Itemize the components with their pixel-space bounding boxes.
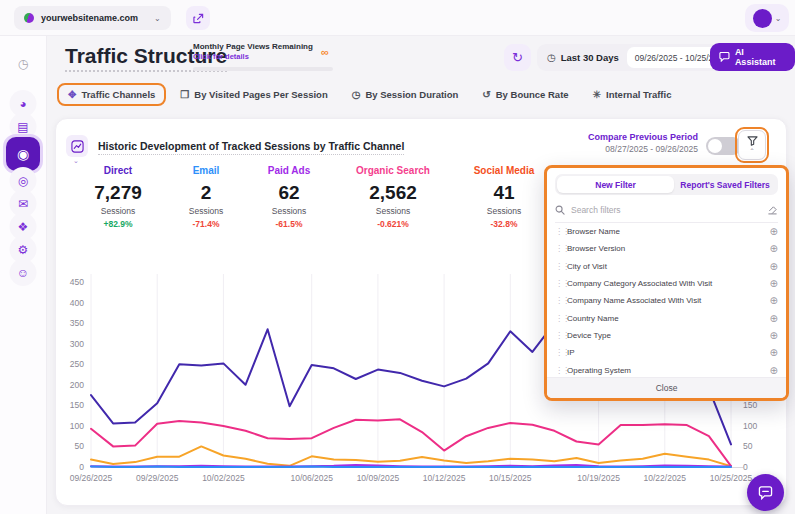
svg-text:0: 0 — [743, 462, 748, 472]
sidebar-item-history[interactable]: ◷ — [10, 50, 37, 77]
refresh-button[interactable]: ↻ — [504, 44, 531, 71]
tab-visited-pages-per-session[interactable]: ❐ By Visited Pages Per Session — [180, 89, 327, 100]
message-icon: ✉ — [18, 197, 28, 211]
svg-text:450: 450 — [70, 277, 84, 287]
drag-handle-icon[interactable]: ⋮⋮ — [555, 348, 567, 357]
svg-text:10/22/2025: 10/22/2025 — [644, 473, 687, 483]
add-filter-icon[interactable]: ⊕ — [770, 330, 778, 341]
drag-handle-icon[interactable]: ⋮⋮ — [555, 279, 567, 288]
target-icon: ◎ — [18, 174, 28, 188]
report-tabbar: ✥ Traffic Channels ❐ By Visited Pages Pe… — [47, 79, 795, 109]
statistics-icon: ◕ — [19, 97, 26, 111]
avatar — [753, 9, 772, 28]
svg-text:50: 50 — [75, 441, 85, 451]
ai-assistant-label: AI Assistant — [735, 47, 786, 67]
sidebar-item-traffic-structure[interactable]: ◉ — [6, 137, 40, 171]
ai-assistant-button[interactable]: AI Assistant — [710, 43, 795, 71]
sidebar-item-account[interactable]: ☺ — [10, 259, 37, 286]
add-filter-icon[interactable]: ⊕ — [770, 278, 778, 289]
svg-text:10/06/2025: 10/06/2025 — [290, 473, 333, 483]
add-filter-icon[interactable]: ⊕ — [770, 295, 778, 306]
site-favicon-icon — [24, 13, 34, 23]
filter-item-browser-version[interactable]: ⋮⋮Browser Version⊕ — [555, 240, 778, 257]
tab-saved-filters[interactable]: Report's Saved Filters — [674, 176, 776, 193]
tab-label: Traffic Channels — [81, 89, 155, 100]
move-cross-icon: ✥ — [68, 89, 76, 100]
add-filter-icon[interactable]: ⊕ — [770, 226, 778, 237]
tab-bounce-rate[interactable]: ↺ By Bounce Rate — [482, 89, 568, 100]
shield-icon: ❖ — [18, 220, 29, 234]
pages-icon: ▤ — [17, 120, 28, 134]
svg-text:150: 150 — [70, 400, 84, 410]
add-filter-icon[interactable]: ⊕ — [770, 313, 778, 324]
sidebar: ◷ ◕ ▤ ◉ ◎ ✉ ❖ ⚙ ☺ — [0, 36, 47, 514]
drag-handle-icon[interactable]: ⋮⋮ — [555, 296, 567, 305]
tab-label: By Session Duration — [365, 89, 458, 100]
tab-new-filter[interactable]: New Filter — [557, 176, 674, 193]
tab-label: By Visited Pages Per Session — [194, 89, 327, 100]
drag-handle-icon[interactable]: ⋮⋮ — [555, 366, 567, 375]
drag-handle-icon[interactable]: ⋮⋮ — [555, 262, 567, 271]
date-range-label: Last 30 Days — [561, 52, 619, 63]
svg-text:10/25/2025: 10/25/2025 — [710, 473, 753, 483]
filter-item-label: City of Visit — [567, 262, 770, 271]
add-filter-icon[interactable]: ⊕ — [770, 261, 778, 272]
svg-text:09/26/2025: 09/26/2025 — [70, 473, 113, 483]
eraser-icon[interactable] — [767, 205, 778, 215]
website-selector[interactable]: yourwebsitename.com ⌄ — [14, 6, 171, 30]
add-filter-icon[interactable]: ⊕ — [770, 347, 778, 358]
account-menu[interactable]: ⌄ — [745, 4, 789, 32]
filter-item-label: Company Name Associated With Visit — [567, 296, 770, 305]
filter-item-label: Browser Name — [567, 227, 770, 236]
quota-widget: Monthly Page Views Remaining Click for d… — [193, 42, 335, 71]
filter-item-browser-name[interactable]: ⋮⋮Browser Name⊕ — [555, 223, 778, 240]
search-icon — [555, 205, 565, 215]
tab-traffic-channels[interactable]: ✥ Traffic Channels — [57, 83, 166, 106]
svg-text:250: 250 — [70, 359, 84, 369]
tab-label: By Bounce Rate — [496, 89, 569, 100]
filter-item-label: Operating System — [567, 366, 770, 375]
drag-handle-icon[interactable]: ⋮⋮ — [555, 244, 567, 253]
svg-text:0: 0 — [79, 462, 84, 472]
svg-text:50: 50 — [743, 441, 753, 451]
filter-search-row — [555, 198, 778, 223]
close-filter-panel-button[interactable]: Close — [547, 377, 786, 398]
external-link-icon — [193, 13, 204, 24]
svg-text:400: 400 — [70, 298, 84, 308]
filter-item-company-category[interactable]: ⋮⋮Company Category Associated With Visit… — [555, 275, 778, 292]
quota-details-link[interactable]: Click for details — [193, 52, 335, 61]
tab-session-duration[interactable]: ◷ By Session Duration — [352, 89, 459, 100]
drag-handle-icon[interactable]: ⋮⋮ — [555, 331, 567, 340]
svg-text:300: 300 — [70, 339, 84, 349]
filter-panel: New Filter Report's Saved Filters ⋮⋮Brow… — [544, 165, 789, 401]
clock-icon: ◷ — [547, 52, 556, 63]
svg-text:100: 100 — [70, 421, 84, 431]
drag-handle-icon[interactable]: ⋮⋮ — [555, 227, 567, 236]
drag-handle-icon[interactable]: ⋮⋮ — [555, 314, 567, 323]
site-name: yourwebsitename.com — [41, 13, 138, 23]
filter-item-device-type[interactable]: ⋮⋮Device Type⊕ — [555, 327, 778, 344]
filter-item-city-of-visit[interactable]: ⋮⋮City of Visit⊕ — [555, 258, 778, 275]
pages-icon: ❐ — [180, 89, 189, 100]
asterisk-icon: ✳ — [593, 89, 601, 100]
chevron-down-icon: ⌄ — [154, 14, 161, 23]
gear-icon: ⚙ — [18, 243, 29, 257]
add-filter-icon[interactable]: ⊕ — [770, 365, 778, 376]
open-website-button[interactable] — [186, 6, 210, 30]
search-filters-input[interactable] — [571, 205, 767, 215]
filter-item-company-name[interactable]: ⋮⋮Company Name Associated With Visit⊕ — [555, 292, 778, 309]
svg-text:10/02/2025: 10/02/2025 — [202, 473, 245, 483]
filter-item-country-name[interactable]: ⋮⋮Country Name⊕ — [555, 309, 778, 326]
add-filter-icon[interactable]: ⊕ — [770, 243, 778, 254]
filter-item-operating-system[interactable]: ⋮⋮Operating System⊕ — [555, 361, 778, 377]
sidebar-item-pages[interactable]: ▤ — [10, 113, 37, 140]
filter-item-list: ⋮⋮Browser Name⊕ ⋮⋮Browser Version⊕ ⋮⋮Cit… — [555, 223, 778, 377]
tab-internal-traffic[interactable]: ✳ Internal Traffic — [593, 89, 672, 100]
chevron-down-icon: ⌄ — [775, 14, 782, 23]
svg-text:200: 200 — [70, 380, 84, 390]
filter-item-ip[interactable]: ⋮⋮IP⊕ — [555, 344, 778, 361]
support-chat-button[interactable] — [747, 474, 784, 511]
history-icon: ◷ — [18, 57, 28, 71]
refresh-icon: ↻ — [512, 50, 523, 65]
bounce-icon: ↺ — [482, 89, 490, 100]
